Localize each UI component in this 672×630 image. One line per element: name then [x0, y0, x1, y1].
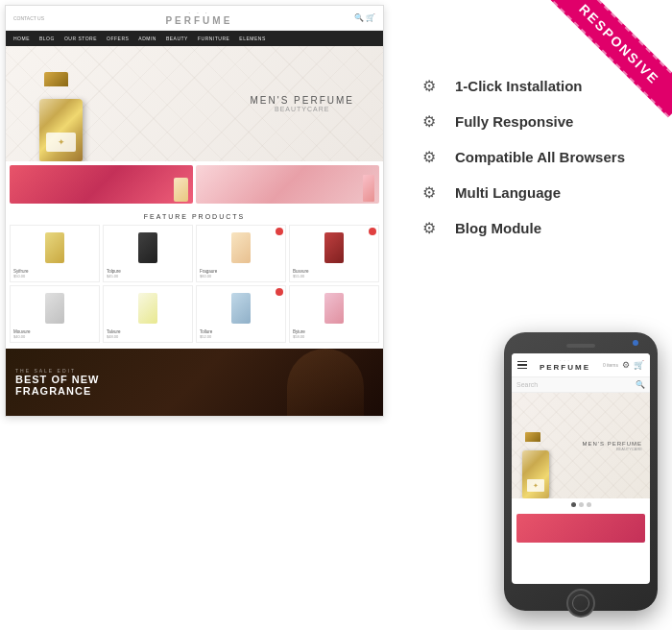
product-bottle	[138, 232, 157, 263]
product-card[interactable]: Talvure $48.00	[103, 285, 193, 343]
phone-home-button[interactable]	[566, 589, 595, 618]
product-bottle	[324, 232, 344, 263]
browsers-icon: ⚙	[422, 148, 444, 166]
product-price: $58.00	[293, 334, 375, 339]
phone-hero: ✦ MEN'S PERFUME BEAUTYCARE	[512, 393, 650, 498]
hot-badge	[276, 288, 283, 296]
nav-admin[interactable]: ADMIN	[138, 36, 156, 41]
product-price: $55.00	[293, 274, 375, 279]
hot-badge	[276, 228, 283, 235]
sale-bg-image	[287, 349, 364, 416]
phone-bottle: ✦	[519, 441, 553, 498]
blog-icon: ⚙	[422, 219, 444, 237]
phone-hero-subtitle: BEAUTYCARE	[583, 447, 642, 451]
product-bottle	[231, 293, 251, 324]
product-price: $40.00	[13, 334, 96, 339]
phone-bottle-body: ✦	[522, 450, 549, 498]
install-icon: ⚙	[422, 77, 444, 95]
site-nav: HOME BLOG OUR STORE OFFERS ADMIN BEAUTY …	[6, 31, 383, 46]
banner-bottle-right	[363, 175, 374, 202]
product-price: $52.00	[200, 334, 282, 339]
nav-store[interactable]: OUR STORE	[64, 36, 97, 41]
product-price: $45.00	[107, 274, 189, 279]
fp-title: FEATURE PRODUCTS	[10, 213, 379, 220]
feature-products: FEATURE PRODUCTS Syifrure $50.00 Tolpure…	[6, 207, 383, 349]
dot-3[interactable]	[587, 502, 591, 507]
product-card[interactable]: Busvure $55.00	[289, 225, 379, 282]
product-card[interactable]: Byiure $58.00	[289, 285, 379, 343]
language-icon: ⚙	[422, 183, 444, 202]
phone-indicator	[633, 340, 638, 346]
hamburger-icon[interactable]	[517, 361, 527, 370]
phone-search-icon[interactable]: 🔍	[636, 380, 645, 389]
product-card[interactable]: Mouvure $40.00	[10, 285, 100, 343]
product-card[interactable]: Syifrure $50.00	[10, 225, 100, 282]
site-logo: · · · PERFUME	[165, 10, 232, 26]
phone-mockup: · · · PERFUME 0 items ⚙ 🛒 Search 🔍	[504, 332, 658, 611]
phone-logo-text: PERFUME	[540, 363, 590, 372]
website-preview: CONTACT US · · · PERFUME 🔍 🛒 HOME BLOG O…	[0, 0, 403, 630]
site-topbar: CONTACT US · · · PERFUME 🔍 🛒	[6, 6, 383, 31]
logo-text: PERFUME	[165, 15, 232, 26]
site-banners	[6, 161, 383, 207]
phone-bottle-cap	[525, 432, 540, 442]
sale-section: THE SALE EDIT BEST OF NEWFRAGRANCE	[6, 349, 383, 416]
responsive-ribbon: RESPONSIVE	[546, 0, 672, 117]
products-grid: Syifrure $50.00 Tolpure $45.00 Fragaure …	[10, 225, 379, 343]
banner-bottle-left	[174, 178, 188, 202]
dot-2[interactable]	[579, 502, 584, 507]
phone-screen: · · · PERFUME 0 items ⚙ 🛒 Search 🔍	[512, 353, 650, 584]
product-bottle	[45, 293, 64, 324]
phone-banner	[516, 514, 645, 543]
feature-label-blog: Blog Module	[455, 220, 541, 236]
phone-logo: · · · PERFUME	[540, 358, 590, 372]
product-bottle	[45, 232, 64, 263]
phone-hero-text: MEN'S PERFUME BEAUTYCARE	[583, 441, 642, 451]
feature-item-browsers: ⚙ Compatible All Browsers	[422, 148, 653, 166]
phone-search-placeholder: Search	[516, 381, 636, 388]
product-card[interactable]: Fragaure $60.00	[196, 225, 286, 282]
contact-text: CONTACT US	[13, 15, 44, 21]
feature-item-blog: ⚙ Blog Module	[422, 219, 653, 237]
dot-1[interactable]	[571, 502, 576, 507]
responsive-icon: ⚙	[422, 112, 444, 131]
phone-home-inner	[572, 594, 589, 612]
hero-subtitle: BEAUTYCARE	[251, 106, 354, 112]
phone-carousel-dots	[512, 498, 650, 511]
feature-label-browsers: Compatible All Browsers	[455, 149, 625, 165]
nav-elemens[interactable]: ELEMENS	[239, 36, 265, 41]
nav-beauty[interactable]: BEAUTY	[166, 36, 188, 41]
site-hero: ✦ MEN'S PERFUME BEAUTYCARE	[6, 46, 383, 161]
product-bottle	[231, 232, 251, 263]
feature-label-language: Multi Language	[455, 184, 561, 201]
product-card[interactable]: Tolpure $45.00	[103, 225, 193, 282]
right-panel: RESPONSIVE ⚙ 1-Click Installation ⚙ Full…	[403, 0, 672, 630]
search-cart-icons: 🔍 🛒	[354, 13, 375, 22]
product-price: $48.00	[107, 334, 189, 339]
product-card[interactable]: Tollure $52.00	[196, 285, 286, 343]
product-price: $50.00	[13, 274, 96, 279]
hero-text: MEN'S PERFUME BEAUTYCARE	[251, 95, 354, 112]
phone-hero-title: MEN'S PERFUME	[583, 441, 642, 447]
bottle-cap	[44, 72, 68, 86]
sale-text: THE SALE EDIT BEST OF NEWFRAGRANCE	[15, 368, 99, 397]
product-bottle	[324, 293, 344, 324]
nav-home[interactable]: HOME	[13, 36, 30, 41]
phone-settings-icon[interactable]: ⚙	[622, 360, 630, 370]
phone-cart-icon[interactable]: 🛒	[634, 360, 644, 370]
site-mockup: CONTACT US · · · PERFUME 🔍 🛒 HOME BLOG O…	[5, 5, 384, 417]
nav-blog[interactable]: BLOG	[39, 36, 55, 41]
phone-icons: 0 items ⚙ 🛒	[603, 360, 644, 370]
nav-offers[interactable]: OFFERS	[107, 36, 129, 41]
hero-title: MEN'S PERFUME	[251, 95, 354, 106]
product-price: $60.00	[200, 274, 282, 279]
feature-item-language: ⚙ Multi Language	[422, 183, 653, 202]
phone-bottle-label: ✦	[527, 479, 544, 492]
hero-bottle: ✦	[35, 85, 87, 161]
ribbon-container: RESPONSIVE	[528, 0, 672, 144]
banner-right	[196, 165, 379, 204]
phone-search-bar: Search 🔍	[512, 377, 650, 393]
nav-furniture[interactable]: FURNITURE	[198, 36, 229, 41]
product-bottle	[138, 293, 157, 324]
phone-nav: · · · PERFUME 0 items ⚙ 🛒	[512, 353, 650, 377]
